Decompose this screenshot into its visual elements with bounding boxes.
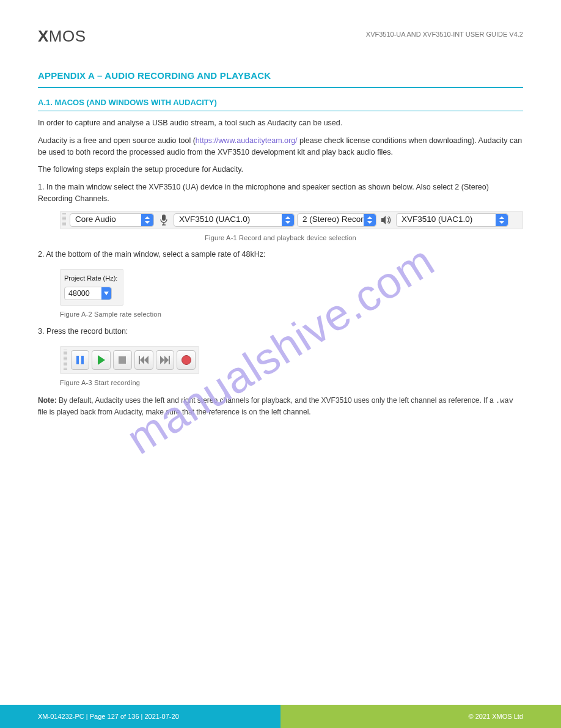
channel-count-value: 2 (Stereo) Recor... xyxy=(302,213,370,226)
logo-rest: MOS xyxy=(49,27,86,45)
pause-button[interactable] xyxy=(71,350,90,370)
dropdown-arrow-icon xyxy=(101,287,111,300)
paragraph: Audacity is a free and open source audio… xyxy=(38,135,523,158)
stop-button[interactable] xyxy=(113,350,132,370)
recording-device-value: XVF3510 (UAC1.0) xyxy=(179,213,250,226)
recording-device-select[interactable]: XVF3510 (UAC1.0) xyxy=(174,213,295,227)
doc-title-header: XVF3510-UA AND XVF3510-INT USER GUIDE V4… xyxy=(366,29,523,40)
paragraph-text: Audacity is a free and open source audio… xyxy=(38,136,196,145)
divider xyxy=(38,111,523,111)
note: Note: By default, Audacity uses the left… xyxy=(38,395,523,417)
paragraph: In order to capture and analyse a USB au… xyxy=(38,117,523,129)
playback-device-value: XVF3510 (UAC1.0) xyxy=(402,213,472,226)
step-3: 3. Press the record button: xyxy=(38,326,523,337)
skip-to-start-button[interactable] xyxy=(134,350,153,370)
transport-toolbar xyxy=(60,346,199,374)
logo-prefix: X xyxy=(38,27,49,45)
page-footer: XM-014232-PC | Page 127 of 136 | 2021-07… xyxy=(0,705,561,728)
playback-device-select[interactable]: XVF3510 (UAC1.0) xyxy=(396,213,508,227)
svg-rect-3 xyxy=(76,356,79,364)
note-text: By default, Audacity uses the left and r… xyxy=(57,396,496,405)
footer-left: XM-014232-PC | Page 127 of 136 | 2021-07… xyxy=(0,705,280,728)
svg-rect-7 xyxy=(169,356,170,364)
svg-rect-6 xyxy=(139,356,140,364)
project-rate-label: Project Rate (Hz): xyxy=(64,273,119,284)
figure-caption: Figure A-3 Start recording xyxy=(60,378,523,388)
microphone-icon xyxy=(156,215,171,226)
channel-count-select[interactable]: 2 (Stereo) Recor... xyxy=(297,213,376,227)
project-rate-value: 48000 xyxy=(68,288,90,300)
note-text: file is played back from Audacity, make … xyxy=(38,408,311,416)
audio-host-select[interactable]: Core Audio xyxy=(70,213,154,227)
dropdown-arrow-icon xyxy=(496,214,508,226)
device-toolbar: Core Audio XVF3510 (UAC1.0) 2 (Stereo) R… xyxy=(60,211,523,229)
figure-caption: Figure A-2 Sample rate selection xyxy=(60,309,523,320)
svg-rect-5 xyxy=(119,356,126,364)
project-rate-panel: Project Rate (Hz): 48000 xyxy=(60,269,123,306)
skip-to-end-button[interactable] xyxy=(156,350,175,370)
play-button[interactable] xyxy=(92,350,111,370)
project-rate-select[interactable]: 48000 xyxy=(64,287,112,300)
toolbar-grip-icon xyxy=(62,213,66,227)
divider xyxy=(38,87,523,88)
speaker-icon xyxy=(379,215,394,225)
dropdown-arrow-icon xyxy=(282,214,294,226)
record-button[interactable] xyxy=(177,350,196,370)
footer-right: © 2021 XMOS Ltd xyxy=(280,705,561,728)
appendix-heading: APPENDIX A – AUDIO RECORDING AND PLAYBAC… xyxy=(38,69,523,83)
audacity-link[interactable]: https://www.audacityteam.org/ xyxy=(196,136,298,145)
audio-host-value: Core Audio xyxy=(75,213,116,226)
dropdown-arrow-icon xyxy=(141,214,153,226)
step-2: 2. At the bottom of the main window, sel… xyxy=(38,249,523,260)
subsection-heading: A.1. MACOS (AND WINDOWS WITH AUDACITY) xyxy=(38,97,523,109)
toolbar-grip-icon xyxy=(64,350,67,370)
dropdown-arrow-icon xyxy=(364,214,376,226)
note-label: Note: xyxy=(38,396,57,405)
paragraph: The following steps explain the setup pr… xyxy=(38,164,523,175)
record-icon xyxy=(182,355,191,365)
note-code: .wav xyxy=(496,397,513,405)
step-1: 1. In the main window select the XVF3510… xyxy=(38,182,523,205)
svg-rect-0 xyxy=(162,215,166,221)
figure-caption: Figure A-1 Record and playback device se… xyxy=(38,233,523,243)
svg-rect-4 xyxy=(81,356,84,364)
